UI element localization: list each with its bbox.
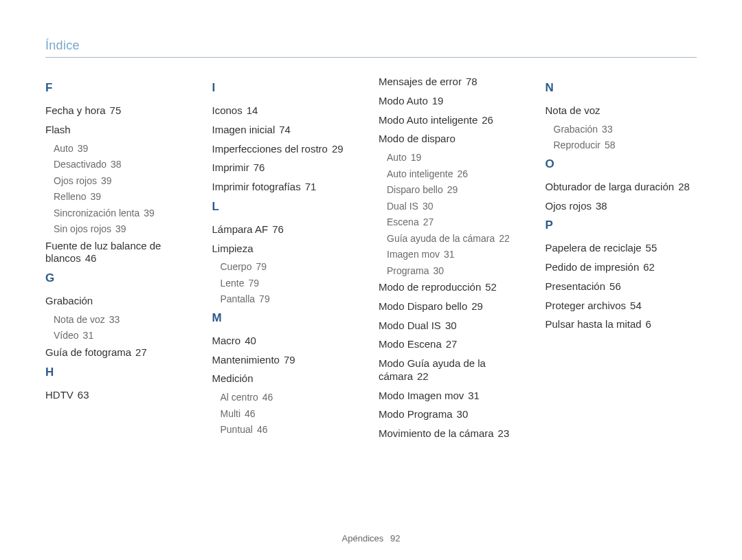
subentry-page: 46	[262, 392, 273, 403]
entry-label: Modo Programa	[379, 408, 453, 420]
entry-label: Modo Imagen mov	[379, 390, 464, 401]
entry-label: Imagen inicial	[212, 124, 276, 135]
index-subentry: Sincronización lenta39	[54, 208, 197, 220]
index-entry: Pulsar hasta la mitad6	[546, 318, 697, 331]
index-entry: Medición	[212, 372, 364, 385]
entry-label: Modo Guía ayuda de la cámara	[379, 357, 486, 382]
entry-label: Movimiento de la cámara	[379, 427, 494, 439]
index-entry: Modo Auto inteligente26	[379, 114, 530, 127]
subentry-label: Reproducir	[554, 139, 600, 150]
index-entry: Modo Disparo bello29	[379, 300, 530, 313]
entry-label: Macro	[212, 335, 241, 346]
subentry-page: 31	[444, 249, 455, 260]
subentry-label: Relleno	[54, 191, 86, 202]
subentry-page: 33	[602, 124, 613, 135]
section-letter: P	[546, 219, 697, 232]
section-letter: G	[45, 271, 197, 285]
section-letter: M	[212, 311, 364, 325]
footer-label: Apéndices	[342, 533, 384, 544]
entry-label: Presentación	[546, 280, 606, 292]
entry-label: Pedido de impresión	[546, 261, 640, 273]
entry-page: 40	[245, 335, 256, 346]
index-column: FFecha y hora75FlashAuto39Desactivado38O…	[45, 76, 197, 447]
subentry-label: Escena	[387, 216, 419, 227]
index-entry: Presentación56	[546, 280, 697, 293]
index-entry: Proteger archivos54	[546, 300, 697, 313]
subentry-label: Imagen mov	[387, 249, 440, 260]
subentry-label: Dual IS	[387, 201, 418, 212]
entry-page: 54	[630, 300, 642, 311]
index-entry: Imperfecciones del rostro29	[212, 143, 364, 156]
entry-label: Fecha y hora	[45, 104, 106, 116]
entry-page: 14	[247, 104, 258, 116]
section-letter: H	[45, 366, 197, 379]
section-letter: N	[546, 81, 697, 95]
entry-page: 23	[498, 427, 510, 439]
index-entry: Modo de disparo	[379, 133, 530, 146]
subentry-label: Disparo bello	[387, 184, 443, 195]
entry-label: Mensajes de error	[379, 76, 462, 87]
entry-label: Ojos rojos	[546, 200, 592, 212]
entry-label: HDTV	[45, 389, 74, 401]
entry-label: Modo Auto inteligente	[379, 114, 477, 126]
subentry-label: Multi	[221, 408, 241, 419]
index-entry: Fecha y hora75	[45, 104, 197, 117]
subentry-page: 38	[111, 159, 122, 170]
entry-label: Nota de voz	[546, 104, 600, 116]
index-subentry: Al centro46	[221, 392, 364, 404]
index-entry: Pedido de impresión62	[546, 261, 697, 274]
index-entry: Modo Imagen mov31	[379, 390, 530, 403]
index-entry: Limpieza	[212, 243, 364, 256]
entry-label: Imprimir	[212, 161, 249, 173]
subentry-label: Auto	[387, 152, 407, 163]
index-entry: Imprimir76	[212, 161, 364, 175]
index-entry: Imagen inicial74	[212, 124, 364, 137]
index-entry: Mantenimiento79	[212, 354, 364, 367]
page-footer: Apéndices 92	[0, 533, 742, 544]
index-subentry: Pantalla79	[221, 293, 364, 306]
entry-page: 71	[305, 181, 317, 192]
index-subentry: Desactivado38	[54, 159, 197, 171]
entry-label: Medición	[212, 372, 254, 384]
entry-label: Pulsar hasta la mitad	[546, 318, 642, 330]
entry-label: Obturador de larga duración	[546, 181, 675, 192]
subentry-label: Auto	[54, 143, 74, 154]
entry-label: Guía de fotograma	[45, 346, 131, 358]
subentry-label: Sin ojos rojos	[54, 223, 111, 234]
entry-page: 76	[272, 223, 284, 235]
subentry-page: 46	[257, 424, 268, 435]
subentry-label: Ojos rojos	[54, 175, 97, 186]
footer-page: 92	[390, 533, 400, 544]
entry-label: Grabación	[45, 295, 93, 306]
subentry-page: 39	[101, 175, 112, 186]
entry-label: Modo de reproducción	[379, 281, 481, 293]
section-letter: O	[546, 157, 697, 171]
index-column: IIconos14Imagen inicial74Imperfecciones …	[212, 76, 364, 447]
subentry-page: 46	[245, 408, 256, 419]
entry-page: 29	[332, 143, 344, 155]
entry-page: 30	[445, 320, 457, 331]
subentry-page: 30	[423, 201, 434, 212]
section-letter: I	[212, 81, 364, 95]
entry-label: Lámpara AF	[212, 223, 269, 235]
index-entry: Grabación	[45, 295, 197, 308]
entry-page: 55	[646, 242, 657, 254]
entry-page: 27	[446, 338, 458, 350]
index-entry: Ojos rojos38	[546, 200, 697, 213]
entry-label: Modo Auto	[379, 95, 428, 107]
entry-page: 27	[135, 346, 147, 358]
index-column: Mensajes de error78Modo Auto19Modo Auto …	[379, 76, 530, 447]
index-entry: Lámpara AF76	[212, 223, 364, 236]
index-subentry: Imagen mov31	[387, 249, 530, 261]
entry-label: Modo Dual IS	[379, 320, 441, 331]
entry-label: Limpieza	[212, 243, 254, 254]
entry-page: 46	[85, 252, 97, 264]
subentry-label: Grabación	[554, 124, 598, 135]
index-subentry: Auto inteligente26	[387, 168, 530, 181]
entry-page: 62	[643, 261, 655, 273]
entry-label: Imprimir fotografías	[212, 181, 301, 192]
section-letter: L	[212, 200, 364, 214]
entry-label: Proteger archivos	[546, 300, 627, 311]
entry-page: 38	[596, 200, 607, 212]
index-entry: Fuente de luz balance de blancos46	[45, 240, 197, 266]
